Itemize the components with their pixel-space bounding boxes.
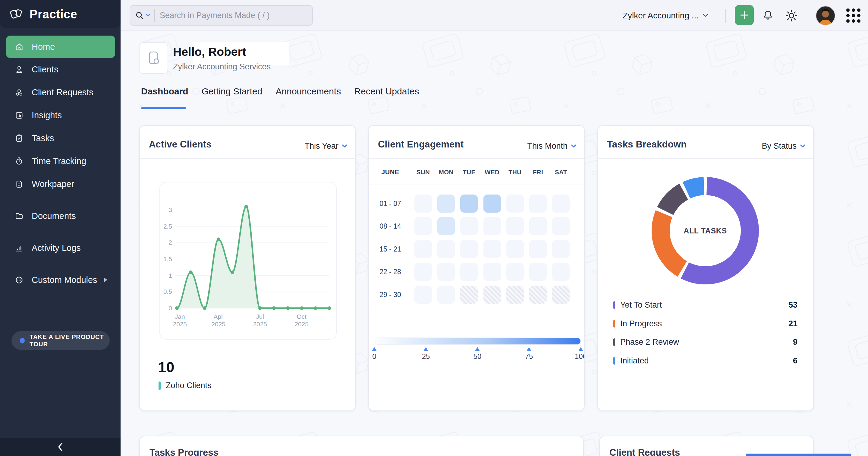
heatmap-cell[interactable] — [552, 286, 569, 304]
heatmap-cell[interactable] — [552, 240, 569, 258]
heatmap-cell[interactable] — [552, 217, 569, 235]
user-avatar[interactable] — [815, 0, 835, 31]
svg-text:2: 2 — [168, 239, 172, 246]
heatmap-cell[interactable] — [506, 240, 524, 258]
period-dropdown[interactable]: This Month — [527, 141, 576, 151]
chevron-down-icon — [800, 144, 805, 148]
sidebar-item-label: Tasks — [32, 133, 54, 143]
heatmap-cell[interactable] — [484, 286, 501, 304]
svg-text:Oct: Oct — [297, 313, 307, 320]
heatmap-cell[interactable] — [552, 263, 569, 281]
heatmap-cell[interactable] — [414, 263, 432, 281]
sidebar-group-gap — [0, 195, 121, 204]
heatmap-cell[interactable] — [506, 263, 524, 281]
main-area: Zylker Accounting ... — [121, 0, 868, 456]
tab-getting-started[interactable]: Getting Started — [202, 86, 262, 104]
global-search[interactable] — [130, 5, 313, 26]
clipped-blue-button[interactable] — [746, 454, 851, 456]
card-tasks-breakdown: Tasks Breakdown By Status ALL TASKS — [597, 125, 814, 411]
heatmap-cell[interactable] — [484, 195, 501, 212]
heatmap-cell[interactable] — [437, 286, 455, 304]
heatmap-bottom-divider — [369, 311, 584, 311]
heatmap-cell[interactable] — [414, 195, 432, 212]
heatmap-cell[interactable] — [529, 240, 547, 258]
tab-announcements[interactable]: Announcements — [276, 86, 341, 104]
sidebar-collapse-bar[interactable] — [0, 438, 121, 456]
heatmap-cell[interactable] — [460, 263, 478, 281]
search-input[interactable] — [160, 6, 312, 24]
heatmap-cell[interactable] — [529, 195, 547, 212]
product-tour-button[interactable]: TAKE A LIVE PRODUCT TOUR — [11, 331, 110, 350]
heatmap-cell[interactable] — [460, 217, 478, 235]
tasks-donut-chart[interactable]: ALL TASKS — [639, 164, 772, 297]
sidebar-item-tasks[interactable]: Tasks — [0, 127, 121, 150]
svg-text:2025: 2025 — [294, 321, 308, 327]
heatmap-cell[interactable] — [484, 263, 501, 281]
engagement-scale-gradient — [374, 338, 581, 345]
heatmap-cell[interactable] — [552, 195, 569, 212]
card-title: Active Clients — [149, 139, 212, 150]
app-root: Practice Home Clients Client Requests In… — [0, 0, 868, 456]
legend-row-initiated[interactable]: Initiated 6 — [613, 352, 798, 370]
period-dropdown[interactable]: This Year — [304, 141, 347, 151]
heatmap-cell[interactable] — [437, 195, 455, 212]
sidebar-item-home[interactable]: Home — [6, 36, 115, 58]
week-range-label: 08 - 14 — [369, 222, 412, 230]
card-title: Tasks Progress — [150, 447, 218, 456]
heatmap-cell[interactable] — [506, 195, 524, 212]
heatmap-cell[interactable] — [414, 286, 432, 304]
tab-recent-updates[interactable]: Recent Updates — [354, 86, 419, 104]
sidebar-item-clients[interactable]: Clients — [0, 58, 121, 81]
sidebar-item-documents[interactable]: Documents — [0, 204, 121, 227]
sidebar-group-gap — [0, 259, 121, 268]
sidebar-item-label: Time Tracking — [32, 156, 86, 166]
active-clients-chart[interactable]: 3 2.5 2 1.5 1 0.5 0 Jan 2025 Apr 2025 Ju… — [159, 182, 337, 340]
heatmap-cell[interactable] — [460, 240, 478, 258]
sidebar-item-label: Client Requests — [32, 87, 93, 97]
tab-dashboard[interactable]: Dashboard — [141, 86, 188, 104]
sidebar-item-custom-modules[interactable]: Custom Modules — [0, 268, 121, 291]
heatmap-header-divider — [369, 184, 584, 185]
sidebar-item-insights[interactable]: Insights — [0, 104, 121, 127]
heatmap-cell[interactable] — [437, 240, 455, 258]
heatmap-cell[interactable] — [460, 286, 478, 304]
heatmap-cell[interactable] — [529, 263, 547, 281]
sidebar-item-label: Activity Logs — [32, 243, 81, 253]
week-range-label: 01 - 07 — [369, 199, 412, 207]
apps-launcher-button[interactable] — [846, 0, 861, 31]
legend-label: Zoho Clients — [166, 381, 212, 390]
sidebar-item-time-tracking[interactable]: Time Tracking — [0, 150, 121, 172]
org-switcher[interactable]: Zylker Accounting ... — [623, 0, 708, 31]
heatmap-cell[interactable] — [484, 217, 501, 235]
card-client-requests: Client Requests — [599, 436, 814, 456]
heatmap-cell[interactable] — [414, 217, 432, 235]
sidebar-item-workpaper[interactable]: Workpaper — [0, 172, 121, 195]
user-name: Robert — [208, 45, 246, 58]
heatmap-cell[interactable] — [484, 240, 501, 258]
heatmap-cell[interactable] — [414, 240, 432, 258]
quick-create-button[interactable] — [735, 5, 754, 25]
chevron-down-icon — [342, 144, 347, 148]
settings-button[interactable] — [785, 0, 798, 31]
sidebar-item-client-requests[interactable]: Client Requests — [0, 81, 121, 104]
heatmap-cell[interactable] — [529, 286, 547, 304]
heatmap-cell[interactable] — [506, 286, 524, 304]
sidebar-item-label: Custom Modules — [32, 275, 97, 285]
legend-row-phase2-review[interactable]: Phase 2 Review 9 — [613, 333, 798, 352]
heatmap-cell[interactable] — [506, 217, 524, 235]
notifications-button[interactable] — [762, 0, 774, 31]
heatmap-cell[interactable] — [460, 195, 478, 212]
heatmap-cell[interactable] — [437, 263, 455, 281]
svg-text:Jul: Jul — [256, 313, 264, 320]
search-scope-chevron-icon[interactable] — [146, 14, 150, 17]
legend-row-yet-to-start[interactable]: Yet To Start 53 — [613, 296, 798, 315]
status-filter-dropdown[interactable]: By Status — [762, 141, 805, 151]
practice-logo-icon — [9, 7, 24, 21]
scale-tick: 0 — [368, 347, 383, 361]
legend-row-in-progress[interactable]: In Progress 21 — [613, 315, 798, 333]
legend-marker — [613, 357, 615, 365]
card-divider — [140, 158, 355, 159]
heatmap-cell[interactable] — [529, 217, 547, 235]
sidebar-item-activity-logs[interactable]: Activity Logs — [0, 236, 121, 259]
heatmap-cell[interactable] — [437, 217, 455, 235]
